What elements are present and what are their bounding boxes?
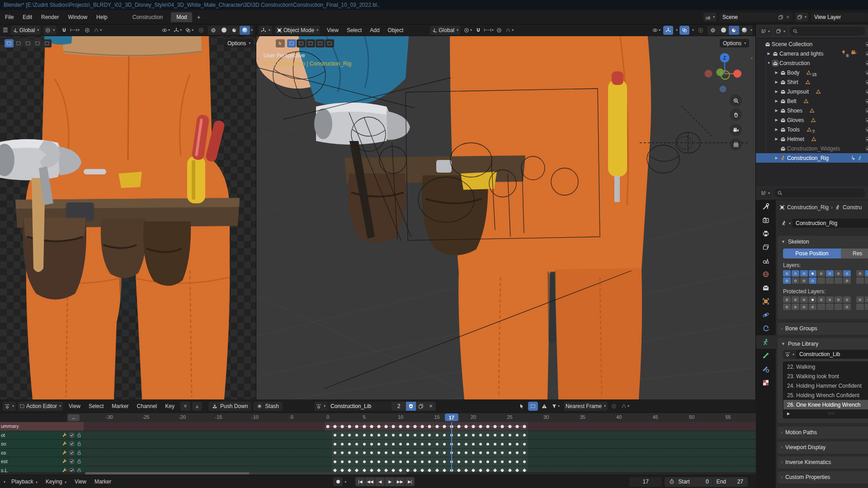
expand-icon[interactable]: ▶ bbox=[766, 52, 771, 56]
dopesheet-menu[interactable]: Select bbox=[85, 403, 108, 409]
protected-layer-cell[interactable] bbox=[856, 296, 864, 303]
modifier-wrench-icon[interactable] bbox=[62, 459, 67, 464]
fake-user-shield-toggle[interactable] bbox=[406, 402, 416, 411]
exclude-checkbox-icon[interactable] bbox=[865, 127, 868, 132]
modifier-wrench-icon[interactable] bbox=[62, 441, 67, 446]
pose-library-header[interactable]: ▼Pose Library bbox=[778, 338, 868, 350]
keyframe[interactable] bbox=[428, 443, 431, 446]
keyframe[interactable] bbox=[457, 425, 460, 428]
keyframe[interactable] bbox=[414, 443, 416, 446]
viewport-display-panel[interactable]: ›Viewport Display bbox=[778, 441, 868, 454]
object-tab-icon[interactable] bbox=[756, 295, 776, 308]
keyframe[interactable] bbox=[494, 434, 496, 436]
outliner-search-input[interactable] bbox=[789, 27, 865, 36]
keyframe[interactable] bbox=[516, 434, 519, 436]
shading-rendered-right[interactable] bbox=[739, 26, 750, 35]
keyframe[interactable] bbox=[377, 425, 380, 428]
keyframe[interactable] bbox=[428, 460, 431, 463]
layer-cell[interactable] bbox=[792, 277, 799, 284]
overlays-toggle-right[interactable] bbox=[679, 26, 689, 35]
keyframe[interactable] bbox=[363, 460, 366, 463]
keyframe[interactable] bbox=[458, 434, 460, 436]
current-frame-indicator[interactable]: 17 bbox=[445, 413, 458, 421]
protected-layer-cell[interactable] bbox=[835, 304, 842, 310]
layer-cell[interactable] bbox=[843, 270, 851, 277]
keyframe[interactable] bbox=[392, 460, 395, 463]
motion-paths-panel[interactable]: ›Motion Paths bbox=[778, 427, 868, 439]
keyframe[interactable] bbox=[385, 460, 387, 463]
channel-enabled-checkbox[interactable] bbox=[69, 459, 75, 464]
protected-layer-cell[interactable] bbox=[783, 304, 791, 310]
gizmos-toggle-right[interactable] bbox=[663, 26, 673, 35]
keyframe[interactable] bbox=[458, 451, 460, 454]
protected-layer-cell[interactable] bbox=[835, 296, 842, 303]
push-down-button[interactable]: Push Down bbox=[208, 402, 251, 411]
keyframe[interactable] bbox=[479, 460, 482, 463]
exclude-checkbox-icon[interactable] bbox=[865, 117, 868, 123]
keyframe[interactable] bbox=[494, 451, 496, 454]
pose-position-button[interactable]: Pose Position bbox=[783, 249, 841, 258]
select-intersect-icon[interactable] bbox=[42, 39, 52, 47]
gizmo-x-axis[interactable] bbox=[733, 70, 741, 78]
expand-icon[interactable]: ▶ bbox=[774, 108, 779, 113]
keyframe[interactable] bbox=[370, 443, 373, 446]
auto-keying-toggle[interactable] bbox=[333, 477, 343, 486]
physics-tab-icon[interactable] bbox=[756, 308, 776, 322]
pose-list-item[interactable]: 26. One Knee Holding Wrench bbox=[783, 400, 868, 409]
protected-layer-cell[interactable] bbox=[826, 296, 834, 303]
horizontal-scrollbar-track[interactable] bbox=[85, 472, 407, 474]
keyframe[interactable] bbox=[421, 434, 424, 436]
keyframe[interactable] bbox=[370, 425, 373, 428]
keyframe[interactable] bbox=[334, 425, 337, 428]
camera-view-button[interactable] bbox=[730, 124, 742, 136]
layer-cell[interactable] bbox=[809, 270, 816, 277]
play-reverse-button[interactable]: ◀ bbox=[375, 477, 385, 486]
proportional-edit-toggle-left[interactable] bbox=[82, 26, 92, 35]
keyframe[interactable] bbox=[355, 434, 358, 436]
keyframe[interactable] bbox=[384, 425, 387, 428]
outliner-row-construction-rig[interactable]: ▶Construction_Rig ↳ bbox=[756, 153, 868, 163]
channel-resize-handle[interactable]: ↔ bbox=[68, 414, 80, 421]
keyframe[interactable] bbox=[486, 425, 490, 428]
snap-dropdown-right[interactable]: ⊢⊣▾ bbox=[484, 26, 494, 35]
pose-list-item[interactable]: 23. Walking look front bbox=[783, 371, 868, 381]
object-data-tab-icon[interactable] bbox=[756, 335, 776, 349]
shading-rendered-left[interactable] bbox=[240, 26, 250, 35]
channel-row-ot[interactable]: ot bbox=[0, 431, 84, 440]
protected-layer-cell[interactable] bbox=[783, 296, 791, 303]
play-button[interactable]: ▶ bbox=[385, 477, 395, 486]
keyframe[interactable] bbox=[377, 443, 380, 446]
keyframe[interactable] bbox=[341, 460, 344, 463]
proportional-edit-toggle-right[interactable] bbox=[494, 26, 504, 35]
viewport-right[interactable]: ▾ Object Mode▾ ViewSelectAddObject Globa… bbox=[256, 24, 755, 399]
zoom-viewport-button[interactable] bbox=[730, 94, 742, 107]
constraints-tab-icon[interactable] bbox=[756, 322, 776, 335]
keyframe-area[interactable]: ummaryot so os est s.L bbox=[0, 422, 756, 472]
protected-layer-cell[interactable] bbox=[865, 304, 868, 310]
keyframe[interactable] bbox=[348, 425, 351, 428]
filter-dropdown[interactable]: ▾ bbox=[551, 402, 561, 411]
keyframe[interactable] bbox=[334, 460, 336, 463]
playback-menu-playback[interactable]: Playback ▾ bbox=[7, 479, 42, 485]
playback-menu-view[interactable]: View bbox=[71, 479, 90, 485]
channel-lock-icon[interactable] bbox=[76, 432, 84, 438]
expand-icon[interactable]: ▼ bbox=[766, 61, 771, 65]
keyframe[interactable] bbox=[392, 434, 395, 436]
outliner-row-body[interactable]: ▶Body15 bbox=[756, 68, 868, 77]
keyframe[interactable] bbox=[509, 434, 511, 436]
main-menu[interactable]: Render bbox=[37, 14, 63, 20]
keyframe[interactable] bbox=[406, 425, 410, 428]
outliner-row-scene-collection[interactable]: Scene Collection bbox=[756, 39, 868, 49]
keyframe[interactable] bbox=[363, 451, 366, 454]
keyframe[interactable] bbox=[479, 434, 482, 436]
outliner-row-construction[interactable]: ▼Construction bbox=[756, 58, 868, 68]
keyframe[interactable] bbox=[363, 434, 366, 436]
proportional-edit-dope-toggle[interactable] bbox=[609, 402, 619, 411]
channel-lock-icon[interactable] bbox=[76, 450, 84, 455]
timeline-ruler[interactable]: -35-30-25-20-15-10-505101520253035404550… bbox=[0, 413, 756, 422]
layer-cell[interactable] bbox=[826, 277, 834, 284]
properties-search-input[interactable] bbox=[774, 188, 865, 197]
keyframe[interactable] bbox=[458, 443, 460, 446]
shading-material-right[interactable] bbox=[729, 26, 739, 35]
pan-viewport-button[interactable] bbox=[730, 108, 742, 121]
